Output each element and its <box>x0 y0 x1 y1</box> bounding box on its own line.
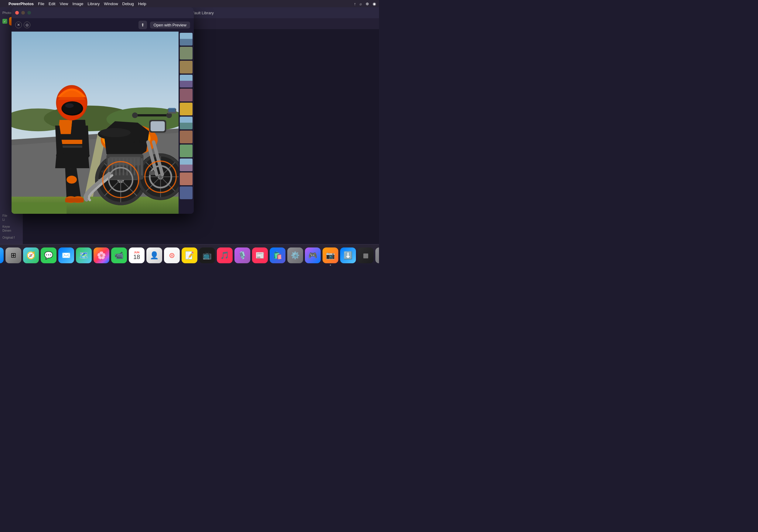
dock-contacts[interactable]: 👤 <box>146 248 162 263</box>
dock-settings[interactable]: ⚙️ <box>287 248 303 263</box>
launchpad-icon: ⊞ <box>11 251 16 259</box>
thumbnail-9[interactable] <box>180 145 192 157</box>
calendar-month: JUN <box>134 251 139 254</box>
menu-image[interactable]: Image <box>72 2 83 6</box>
arcade-icon: 🎮 <box>308 251 317 260</box>
sidebar-meta: File Li Keyw Dimen Original f <box>0 212 23 242</box>
svg-rect-89 <box>180 89 192 101</box>
open-with-preview-button[interactable]: Open with Preview <box>150 21 190 28</box>
powerphotos-dock-icon: 📷 <box>326 251 335 260</box>
svg-rect-36 <box>112 158 113 175</box>
share-button[interactable]: ⬆ <box>138 21 147 29</box>
menu-file[interactable]: File <box>38 2 44 6</box>
menu-debug[interactable]: Debug <box>122 2 134 6</box>
menu-help[interactable]: Help <box>138 2 146 6</box>
svg-rect-39 <box>123 158 124 175</box>
dock-downloads[interactable]: ⬇️ <box>340 248 356 263</box>
dock-messages[interactable]: 💬 <box>41 248 56 263</box>
svg-rect-8 <box>12 203 66 214</box>
svg-rect-86 <box>180 61 192 74</box>
svg-rect-37 <box>116 158 117 175</box>
dock-launchpad[interactable]: ⊞ <box>6 248 21 263</box>
messages-icon: 💬 <box>44 251 53 260</box>
thumbnail-4[interactable] <box>180 75 192 87</box>
thumbnail-11[interactable] <box>180 173 192 185</box>
thumbnail-7[interactable] <box>180 116 192 129</box>
viewer-close-btn[interactable] <box>15 11 19 15</box>
account-icon[interactable]: ◉ <box>373 2 376 6</box>
dock-trash[interactable]: 🗑️ <box>375 248 379 263</box>
svg-text:KTM: KTM <box>132 139 143 145</box>
motorcycle-scene-svg: KTM <box>12 32 179 214</box>
dock-finder[interactable]: 🖥 <box>0 248 4 263</box>
menu-edit[interactable]: Edit <box>49 2 55 6</box>
thumbnail-10[interactable] <box>180 158 192 171</box>
dock-reminders[interactable]: ⊜ <box>164 248 180 263</box>
wifi-icon[interactable]: ↑ <box>354 2 356 6</box>
control-center-icon[interactable]: ⊕ <box>366 2 369 6</box>
menu-window[interactable]: Window <box>104 2 118 6</box>
maps-icon: 🗺️ <box>79 251 88 260</box>
svg-rect-90 <box>180 103 192 116</box>
dock-facetime[interactable]: 📹 <box>111 248 127 263</box>
svg-rect-88 <box>180 75 192 81</box>
menubar-status-icons: ↑ ⌕ ⊕ ◉ <box>354 2 376 6</box>
svg-rect-53 <box>169 108 176 112</box>
app-area: Photo li ✓ File Li Keyw Dimen Original f… <box>0 7 379 244</box>
dock-mail[interactable]: ✉️ <box>58 248 74 263</box>
svg-rect-60 <box>149 171 155 175</box>
svg-rect-96 <box>180 158 192 165</box>
thumbnail-3[interactable] <box>180 61 192 74</box>
viewer-minimize-btn[interactable] <box>21 11 25 15</box>
dock-photos[interactable]: 🌸 <box>93 248 109 263</box>
image-viewer-window: ✕ ◎ ⬆ Open with Preview <box>12 7 194 214</box>
svg-rect-33 <box>109 157 141 165</box>
podcasts-icon: 🎙️ <box>238 251 247 260</box>
dock-appstore[interactable]: 🛍️ <box>270 248 286 263</box>
sidebar-file-label: File <box>2 214 20 217</box>
dock-appletv[interactable]: 📺 <box>199 248 215 263</box>
svg-rect-40 <box>126 158 128 175</box>
dock-calendar[interactable]: JUN 18 <box>129 248 145 263</box>
thumbnail-8[interactable] <box>180 131 192 143</box>
music-icon: 🎵 <box>220 251 229 260</box>
menu-library[interactable]: Library <box>88 2 100 6</box>
viewer-back-btn[interactable]: ✕ <box>15 21 22 28</box>
reminders-icon: ⊜ <box>169 251 175 260</box>
thumbnail-12[interactable] <box>180 186 192 199</box>
dock-powerphotos[interactable]: 📷 <box>323 248 338 263</box>
viewer-toolbar: ✕ ◎ ⬆ Open with Preview <box>12 18 194 32</box>
svg-point-50 <box>132 112 138 118</box>
viewer-main-image: KTM <box>12 32 179 214</box>
thumbnail-5[interactable] <box>180 89 192 101</box>
search-menu-icon[interactable]: ⌕ <box>360 2 362 6</box>
facetime-icon: 📹 <box>115 251 123 260</box>
viewer-zoom-btn[interactable] <box>27 11 31 15</box>
contacts-icon: 👤 <box>150 251 159 260</box>
powerphotos-dot <box>330 264 331 266</box>
dock-control-strip[interactable]: ▦ <box>358 248 373 263</box>
svg-rect-97 <box>180 173 192 185</box>
svg-rect-55 <box>151 121 165 131</box>
dock-arcade[interactable]: 🎮 <box>305 248 321 263</box>
svg-point-75 <box>56 152 64 158</box>
sidebar-dimensions-label: Dimen <box>2 229 20 232</box>
sidebar-library-label: Li <box>2 218 20 221</box>
svg-rect-98 <box>180 186 192 199</box>
thumbnail-1[interactable] <box>180 33 192 46</box>
sidebar-original-label: Original f <box>2 236 20 239</box>
svg-rect-44 <box>141 158 143 175</box>
menu-view[interactable]: View <box>59 2 68 6</box>
viewer-forward-btn[interactable]: ◎ <box>24 21 30 28</box>
dock-notes[interactable]: 📝 <box>182 248 197 263</box>
sidebar-check-icon: ✓ <box>2 19 7 24</box>
dock-podcasts[interactable]: 🎙️ <box>234 248 250 263</box>
thumbnail-2[interactable] <box>180 47 192 59</box>
dock-safari[interactable]: 🧭 <box>23 248 39 263</box>
app-name[interactable]: PowerPhotos <box>9 2 34 6</box>
notes-icon: 📝 <box>185 251 194 260</box>
dock-music[interactable]: 🎵 <box>217 248 233 263</box>
dock-maps[interactable]: 🗺️ <box>76 248 92 263</box>
thumbnail-6[interactable] <box>180 103 192 116</box>
dock-news[interactable]: 📰 <box>252 248 268 263</box>
